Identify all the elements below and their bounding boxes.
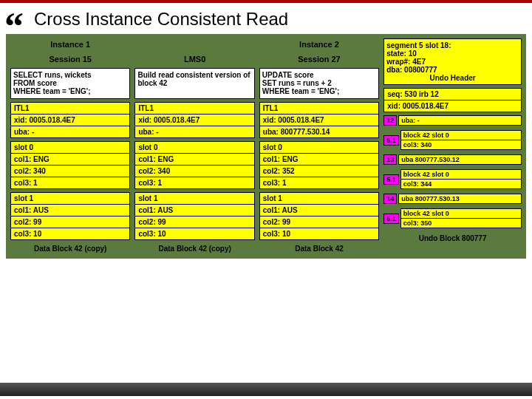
undo-header: segment 5 slot 18:state: 10wrap#: 4E7dba… <box>383 38 522 85</box>
lms-action: Build read consistent version of block 4… <box>134 68 254 99</box>
col-instance1: Instance 1 Session 15 SELECT runs, wicke… <box>10 38 130 254</box>
undo-rec-3: block 42 slot 0col3: 350 <box>400 208 522 228</box>
sql-update: UPDATE score SET runs = runs + 2 WHERE t… <box>259 68 379 99</box>
xid1: xid: 0005.018.4E7 <box>11 115 129 126</box>
slot0: slot 0 <box>11 142 129 154</box>
col-undo: segment 5 slot 18:state: 10wrap#: 4E7dba… <box>383 38 522 254</box>
cap2: Data Block 42 (copy) <box>134 243 254 254</box>
cap3: Data Block 42 <box>259 243 379 254</box>
session15-label: Session 15 <box>10 53 130 65</box>
itl1: ITL1 <box>11 103 129 115</box>
tag12: 12 <box>383 115 397 126</box>
col-instance2: Instance 2 Session 27 UPDATE score SET r… <box>259 38 379 254</box>
inst1-label: Instance 1 <box>10 38 130 50</box>
inst2-label: Instance 2 <box>259 38 379 50</box>
tag14: 14 <box>383 194 397 204</box>
uba1: uba: - <box>11 126 129 137</box>
quote-decor: “ <box>4 4 24 48</box>
tag13: 13 <box>383 154 397 165</box>
diagram-canvas: Instance 1 Session 15 SELECT runs, wicke… <box>6 34 526 259</box>
lms-label: LMS0 <box>134 53 254 65</box>
cap4: Undo Block 800777 <box>383 233 522 244</box>
slide-title: Cross Instance Consistent Read <box>34 9 532 30</box>
col-lms: LMS0 Build read consistent version of bl… <box>134 38 254 254</box>
session27-label: Session 27 <box>259 53 379 65</box>
seq: seq: 530 irb 12 <box>384 89 521 100</box>
cap1: Data Block 42 (copy) <box>10 243 130 254</box>
slot1: slot 1 <box>11 193 129 205</box>
undo-rec-2: block 42 slot 0col3: 344 <box>400 169 522 189</box>
footer-bar <box>0 383 532 396</box>
undo-rec-1: block 42 slot 0col3: 340 <box>400 130 522 150</box>
sql-select: SELECT runs, wickets FROM score WHERE te… <box>10 68 130 99</box>
